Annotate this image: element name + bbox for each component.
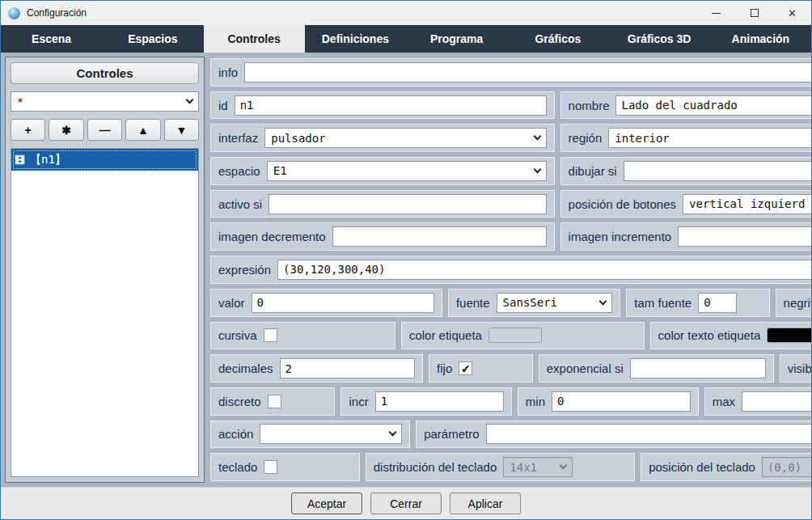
decimales-label: decimales [218, 361, 273, 375]
maximize-button[interactable] [735, 1, 773, 25]
espacio-value: E1 [273, 164, 530, 177]
parametro-label: parámetro [424, 427, 479, 441]
imagen-decremento-label: imagen decremento [218, 230, 326, 243]
imagen-incremento-input[interactable] [678, 226, 811, 247]
visible-label: visible [788, 361, 811, 375]
field-accion: acción [210, 421, 410, 449]
field-region: región interior [560, 124, 811, 152]
cerrar-button[interactable]: Cerrar [370, 493, 442, 514]
dibujar-si-input[interactable] [624, 161, 811, 181]
fuente-select[interactable]: SansSeri [497, 293, 613, 313]
tab-definiciones[interactable]: Definiciones [305, 25, 406, 53]
info-input[interactable] [244, 62, 811, 82]
tab-graficos[interactable]: Gráficos [507, 25, 608, 53]
discreto-checkbox[interactable] [268, 395, 281, 408]
field-color-etiqueta: color etiqueta [401, 322, 645, 350]
color-etiqueta-label: color etiqueta [409, 328, 482, 342]
footer: Aceptar Cerrar Aplicar [1, 487, 811, 519]
field-decimales: decimales [210, 354, 423, 383]
imagen-decremento-input[interactable] [332, 226, 547, 247]
distribucion-teclado-value: 14x1 [510, 461, 556, 474]
field-id: id [210, 91, 555, 120]
field-negrita: negrita [776, 289, 811, 317]
tab-controles[interactable]: Controles [204, 25, 305, 53]
imagen-incremento-label: imagen incremento [569, 230, 672, 243]
interfaz-select[interactable]: pulsador [264, 128, 546, 148]
accion-label: acción [218, 427, 253, 441]
max-input[interactable] [742, 391, 811, 412]
minimize-button[interactable] [697, 1, 735, 25]
nombre-input[interactable] [615, 95, 811, 116]
teclado-checkbox[interactable] [264, 460, 277, 474]
color-etiqueta-swatch[interactable] [488, 328, 542, 343]
add-control-button[interactable]: + [11, 119, 45, 141]
info-label: info [218, 66, 238, 79]
field-info: info [210, 58, 811, 87]
fuente-value: SansSeri [503, 296, 596, 309]
field-tam-fuente: tam fuente [626, 289, 769, 317]
distribucion-teclado-select[interactable]: 14x1 [503, 457, 573, 477]
exponencial-si-input[interactable] [630, 358, 766, 378]
teclado-label: teclado [218, 460, 257, 474]
field-visible: visible [780, 354, 811, 383]
chevron-down-icon [186, 96, 194, 104]
remove-control-button[interactable]: — [87, 119, 122, 141]
tam-fuente-input[interactable] [698, 293, 737, 313]
close-icon: ✕ [788, 8, 797, 19]
id-input[interactable] [235, 95, 547, 116]
field-max: max [704, 387, 811, 416]
discreto-label: discreto [218, 395, 261, 408]
max-label: max [713, 395, 735, 408]
decimales-input[interactable] [280, 358, 416, 378]
move-down-button[interactable]: ▼ [164, 119, 199, 141]
control-filter-value: * [17, 95, 187, 108]
fijo-checkbox[interactable] [459, 361, 472, 375]
field-imagen-decremento: imagen decremento [210, 222, 555, 251]
aplicar-button[interactable]: Aplicar [450, 493, 521, 514]
valor-input[interactable] [252, 293, 434, 313]
espacio-label: espacio [218, 164, 260, 178]
tab-programa[interactable]: Programa [406, 25, 507, 53]
expresion-input[interactable] [277, 260, 811, 280]
fijo-label: fijo [437, 361, 452, 375]
chevron-down-icon [533, 165, 541, 173]
min-input[interactable] [552, 391, 691, 412]
chevron-down-icon [389, 429, 397, 437]
incr-input[interactable] [375, 391, 504, 412]
sidebar-header-button[interactable]: Controles [11, 62, 199, 84]
field-interfaz: interfaz pulsador [210, 124, 555, 152]
chevron-down-icon [560, 462, 568, 470]
control-filter-select[interactable]: * [11, 91, 199, 112]
sidebar: Controles * + ✱ — ▲ ▼ 【n1】 [5, 57, 205, 483]
tab-escena[interactable]: Escena [1, 25, 102, 53]
fuente-label: fuente [456, 296, 490, 310]
cursiva-checkbox[interactable] [264, 328, 277, 342]
window-controls: ✕ [697, 1, 811, 25]
field-posicion-teclado: posición del teclado [641, 453, 811, 481]
color-texto-etiqueta-swatch[interactable] [767, 328, 811, 343]
espacio-select[interactable]: E1 [267, 161, 547, 181]
parametro-input[interactable] [486, 424, 811, 444]
exponencial-si-label: exponencial si [547, 361, 624, 375]
close-button[interactable]: ✕ [773, 1, 811, 25]
field-nombre: nombre [560, 91, 811, 120]
list-item-n1[interactable]: 【n1】 [11, 149, 198, 171]
accion-select[interactable] [260, 424, 402, 444]
aceptar-button[interactable]: Aceptar [291, 493, 362, 514]
posicion-botones-select[interactable]: vertical izquierd [683, 194, 811, 214]
region-select[interactable]: interior [608, 128, 811, 148]
window-title: Configuración [27, 7, 87, 19]
move-up-button[interactable]: ▲ [125, 119, 160, 141]
expresion-label: expresión [218, 263, 271, 277]
posicion-teclado-input[interactable] [762, 457, 811, 477]
duplicate-control-button[interactable]: ✱ [49, 119, 83, 141]
tab-espacios[interactable]: Espacios [102, 25, 203, 53]
dibujar-si-label: dibujar si [569, 164, 617, 178]
field-discreto: discreto [210, 387, 335, 416]
tab-animacion[interactable]: Animación [710, 25, 811, 53]
activo-si-input[interactable] [269, 194, 546, 214]
main-area: Controles * + ✱ — ▲ ▼ 【n1】 [1, 53, 811, 487]
tab-bar: Escena Espacios Controles Definiciones P… [1, 25, 811, 53]
control-form: info id nombre interfaz pulsad [209, 57, 811, 483]
tab-graficos-3d[interactable]: Gráficos 3D [609, 25, 710, 53]
